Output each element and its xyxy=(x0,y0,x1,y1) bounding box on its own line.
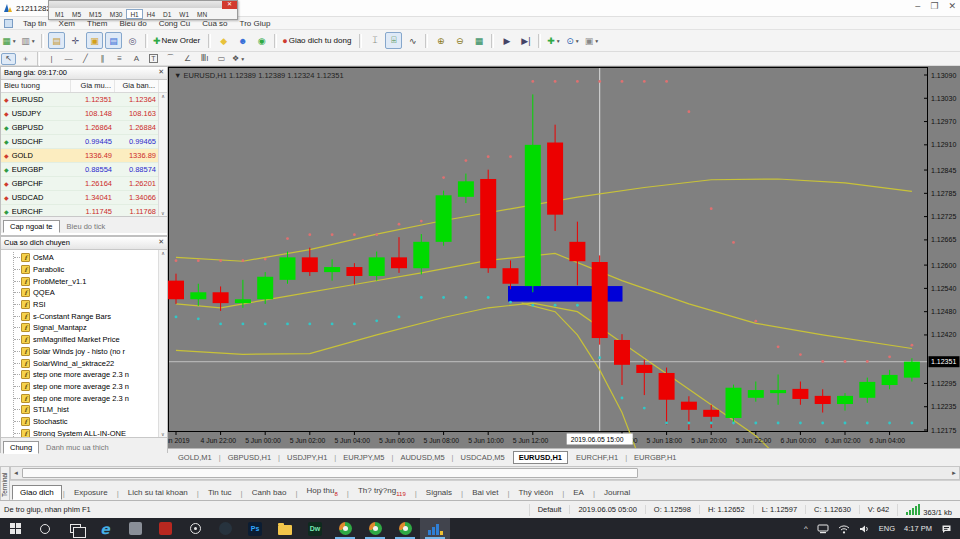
text-button[interactable]: A xyxy=(129,53,144,65)
market-watch-row-eurchf[interactable]: ◆EURCHF1.117451.11768 xyxy=(1,205,167,216)
market-watch-tab-cap-ngoai-te[interactable]: Cap ngoai te xyxy=(3,220,60,233)
timeframe-m1-button[interactable]: M1 xyxy=(51,9,68,19)
crosshair-button[interactable]: ＋ xyxy=(18,53,33,65)
periodicity-toolbar-grip[interactable]: ✕ xyxy=(49,1,237,8)
chart-tab-usdjpy-h1[interactable]: USDJPY,H1 xyxy=(281,451,333,464)
indicators-button[interactable]: ✚▼ xyxy=(545,32,562,49)
navigator-item-parabolic-1[interactable]: fParabolic xyxy=(14,264,167,276)
market-watch-row-gbpchf[interactable]: ◆GBPCHF1.261641.26201 xyxy=(1,177,167,191)
navigator-item-step-one-more-average-2-3-n-11[interactable]: fstep one more average 2.3 n xyxy=(14,381,167,393)
navigator-item-s-constant-range-bars-5[interactable]: fs-Constant Range Bars xyxy=(14,310,167,322)
market-watch-row-usdcad[interactable]: ◆USDCAD1.340411.34066 xyxy=(1,191,167,205)
navigator-item-stlm-hist-13[interactable]: fSTLM_hist xyxy=(14,404,167,416)
navigator-close-icon[interactable]: ✕ xyxy=(158,238,164,246)
zoom-out-button[interactable]: ⊖ xyxy=(451,32,468,49)
navigator-tab-danh-muc-ua-thich[interactable]: Danh muc ua thich xyxy=(39,441,116,454)
fibo-arc-button[interactable]: ⌒ xyxy=(163,53,178,65)
navigator-toggle[interactable]: ▣ xyxy=(86,32,103,49)
location-app-icon[interactable] xyxy=(180,518,210,539)
mt4-terminal-icon-1[interactable] xyxy=(330,518,360,539)
new-order-button[interactable]: ✚New Order xyxy=(152,32,204,49)
timeframe-d1-button[interactable]: D1 xyxy=(159,9,175,19)
cursor-button[interactable]: ↖ xyxy=(1,53,16,65)
chart-tab-eurjpy-m5[interactable]: EURJPY,M5 xyxy=(337,451,390,464)
strategy-tester-toggle[interactable]: ◎ xyxy=(124,32,141,49)
navigator-item-rsi-4[interactable]: fRSI xyxy=(14,299,167,311)
market-watch-scrollbar[interactable]: ∧∨ xyxy=(158,93,167,216)
new-chart-button[interactable]: ▦▼ xyxy=(1,32,18,49)
profiles-button[interactable]: ▥▼ xyxy=(20,32,37,49)
templates-button[interactable]: ▣▼ xyxy=(583,32,600,49)
candlestick-button[interactable]: ⌹ xyxy=(385,32,402,49)
terminal-tab-journal[interactable]: Journal xyxy=(596,485,638,500)
timeframe-h4-button[interactable]: H4 xyxy=(143,9,159,19)
volume-icon[interactable] xyxy=(859,524,870,534)
action-center-icon[interactable] xyxy=(941,524,952,534)
candlestick-chart[interactable]: 1.130901.130301.129701.129101.128451.127… xyxy=(168,66,960,448)
navigator-item-step-one-more-average-2-3-n-12[interactable]: fstep one more average 2.3 n xyxy=(14,392,167,404)
periodicity-close-icon[interactable]: ✕ xyxy=(222,1,237,9)
market-watch-row-eurusd[interactable]: ◆EURUSD1.123511.12364 xyxy=(1,93,167,107)
navigator-item-smmagnified-market-price-7[interactable]: fsmMagnified Market Price xyxy=(14,334,167,346)
terminal-tab-giao-dich[interactable]: Giao dich xyxy=(12,485,62,500)
terminal-tab-exposure[interactable]: Exposure xyxy=(66,485,116,500)
maximize-button[interactable]: ❐ xyxy=(930,0,938,12)
mql5-market-icon[interactable]: ◆ xyxy=(215,32,232,49)
scroll-right-icon[interactable]: ► xyxy=(949,470,959,476)
terminal-tab-bai-viet[interactable]: Bai viet xyxy=(464,485,506,500)
bar-chart-button[interactable]: ⌶ xyxy=(366,32,383,49)
timeframe-w1-button[interactable]: W1 xyxy=(175,9,193,19)
close-button[interactable]: ✕ xyxy=(948,0,956,12)
terminal-tab-signals[interactable]: Signals xyxy=(418,485,460,500)
angle-button[interactable]: ∠ xyxy=(180,53,195,65)
market-watch-row-eurgbp[interactable]: ◆EURGBP0.885540.88574 xyxy=(1,163,167,177)
scrollbar-thumb[interactable] xyxy=(22,468,638,478)
profile-selector[interactable]: Default xyxy=(529,504,570,516)
photoshop-icon[interactable]: Ps xyxy=(240,518,270,539)
navigator-scrollbar[interactable]: ∧∨ xyxy=(158,250,167,437)
cycle-lines-button[interactable]: ⅢI xyxy=(197,53,212,65)
terminal-tab-th-vi-n[interactable]: Thý viêôn xyxy=(510,485,561,500)
device-icon[interactable] xyxy=(817,524,829,534)
chart-tab-eurgbp-h1[interactable]: EURGBP,H1 xyxy=(628,451,682,464)
chart-area[interactable]: 1.130901.130301.129701.129101.128451.127… xyxy=(168,66,960,448)
market-watch-row-gold[interactable]: ◆GOLD1336.491336.89 xyxy=(1,149,167,163)
scroll-left-icon[interactable]: ◄ xyxy=(11,470,21,476)
chart-tab-audusd-m5[interactable]: AUDUSD,M5 xyxy=(394,451,450,464)
chart-tab-eurchf-h1[interactable]: EURCHF,H1 xyxy=(570,451,624,464)
dreamweaver-icon[interactable]: Dw xyxy=(300,518,330,539)
mt4-terminal-active-icon[interactable] xyxy=(420,518,450,539)
mt4-terminal-icon-2[interactable] xyxy=(360,518,390,539)
signals-service-icon[interactable]: ◉ xyxy=(253,32,270,49)
timeframe-mn-button[interactable]: MN xyxy=(193,9,211,19)
label-button[interactable]: T xyxy=(146,53,161,65)
terminal-tab-ea[interactable]: EA xyxy=(565,485,592,500)
navigator-tab-chung[interactable]: Chung xyxy=(3,441,39,454)
edge-icon[interactable]: e xyxy=(90,518,120,539)
terminal-toggle[interactable]: ▤ xyxy=(105,32,122,49)
navigator-item-signal-mantapz-6[interactable]: fSignal_Mantapz xyxy=(14,322,167,334)
timeframe-h1-button[interactable]: H1 xyxy=(126,9,142,19)
market-watch-row-usdjpy[interactable]: ◆USDJPY108.148108.163 xyxy=(1,107,167,121)
data-window-toggle[interactable]: ✛ xyxy=(67,32,84,49)
chart-tab-gold-m1[interactable]: GOLD,M1 xyxy=(172,451,218,464)
market-watch-row-gbpusd[interactable]: ◆GBPUSD1.268641.26884 xyxy=(1,121,167,135)
vertical-line-button[interactable]: | xyxy=(44,53,59,65)
timeframe-m30-button[interactable]: M30 xyxy=(106,9,127,19)
horizontal-scrollbar[interactable]: ◄ ► xyxy=(10,466,960,480)
taskbar-clock[interactable]: 4:17 PM xyxy=(904,524,932,533)
tile-windows-button[interactable]: ▦ xyxy=(470,32,487,49)
menu-tro-giup[interactable]: Tro Giup xyxy=(234,19,277,28)
navigator-item-strong-system-all-in-one-15[interactable]: fStrong System ALL-IN-ONE xyxy=(14,427,167,437)
market-watch-close-icon[interactable]: ✕ xyxy=(158,68,164,76)
mt4-terminal-icon-3[interactable] xyxy=(390,518,420,539)
pinned-app-icon-2[interactable] xyxy=(150,518,180,539)
navigator-item-probmeter-v1-1-2[interactable]: fProbMeter_v1.1 xyxy=(14,275,167,287)
channel-button[interactable]: ∥ xyxy=(95,53,110,65)
navigator-item-osma-0[interactable]: fOsMA xyxy=(14,252,167,264)
rectangle-button[interactable]: ▭ xyxy=(214,53,229,65)
autotrading-button[interactable]: ●Giao dich tu dong xyxy=(281,32,355,49)
timeframe-m15-button[interactable]: M15 xyxy=(85,9,106,19)
navigator-item-solar-winds-joy-histo-no-r-8[interactable]: fSolar Winds joy - histo (no r xyxy=(14,346,167,358)
chart-tab-usdcad-m5[interactable]: USDCAD,M5 xyxy=(455,451,511,464)
